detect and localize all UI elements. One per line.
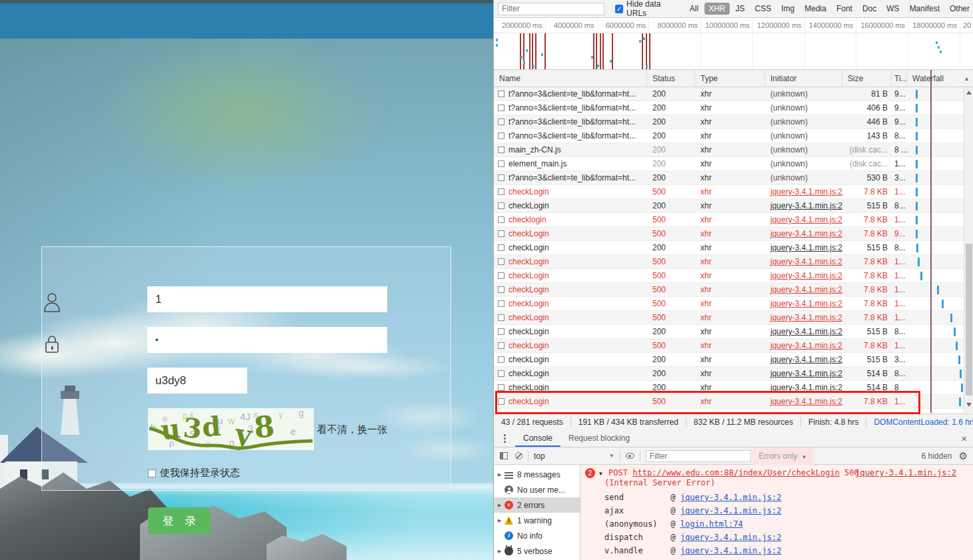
login-button[interactable]: 登 录 [148,507,211,534]
request-initiator-link[interactable]: jquery-3.4.1.min.js:2 [770,271,842,280]
console-sidebar-item[interactable]: 1 warning [494,513,580,528]
console-sidebar-item[interactable]: 8 messages [494,467,580,482]
column-header-time[interactable]: Ti... [892,70,907,87]
request-initiator-link[interactable]: jquery-3.4.1.min.js:2 [770,257,842,266]
password-input[interactable] [147,327,387,353]
stack-frame-link[interactable]: jquery-3.4.1.min.js:2 [680,533,782,542]
console-sidebar-item[interactable]: 5 verbose [494,543,580,559]
console-filter-input[interactable] [646,450,751,462]
type-filter[interactable]: Other [946,3,973,15]
network-request-row[interactable]: checkLogin 200 xhr jquery-3.4.1.min.js:2… [494,353,973,367]
network-request-row[interactable]: main_zh-CN.js 200 xhr (unknown) (disk ca… [494,143,973,157]
request-initiator-link[interactable]: (unknown) [770,89,808,99]
request-initiator-link[interactable]: jquery-3.4.1.min.js:2 [770,313,842,322]
request-checkbox[interactable] [498,328,504,335]
request-checkbox[interactable] [498,370,504,377]
request-initiator-link[interactable]: (unknown) [770,159,808,168]
column-header-waterfall[interactable]: Waterfall ▲ [907,70,973,87]
errors-only-dropdown[interactable]: Errors only▼ [752,447,814,465]
network-request-row[interactable]: t?anno=3&client=te_lib&format=ht... 200 … [494,129,973,143]
network-request-row[interactable]: checkLogin 200 xhr jquery-3.4.1.min.js:2… [494,325,973,339]
request-initiator-link[interactable]: jquery-3.4.1.min.js:2 [770,327,842,336]
scroll-down-arrow[interactable] [966,403,972,407]
close-icon[interactable]: × [961,433,967,444]
username-input[interactable] [147,286,387,312]
type-filter[interactable]: CSS [751,3,776,15]
console-sidebar-item[interactable]: No info [494,528,580,543]
request-initiator-link[interactable]: jquery-3.4.1.min.js:2 [770,299,842,308]
network-request-row[interactable]: checkLogin 500 xhr jquery-3.4.1.min.js:2… [494,269,973,283]
type-filter[interactable]: Media [800,3,830,15]
request-checkbox[interactable] [498,384,504,391]
type-filter[interactable]: Img [777,3,798,15]
scroll-up-arrow[interactable] [966,91,972,95]
request-initiator-link[interactable]: jquery-3.4.1.min.js:2 [770,187,842,196]
network-request-row[interactable]: checkLogin 200 xhr jquery-3.4.1.min.js:2… [494,367,973,381]
captcha-image[interactable]: b e p k 6u e w 4J s 3 S m p 7 q y g e [148,408,314,450]
tab-request-blocking[interactable]: Request blocking [560,429,638,447]
stack-frame-link[interactable]: login.html:74 [680,519,743,529]
request-initiator-link[interactable]: jquery-3.4.1.min.js:2 [770,229,842,238]
network-request-row[interactable]: element_main.js 200 xhr (unknown) (disk … [494,157,973,171]
network-request-row[interactable]: checkLogin 500 xhr jquery-3.4.1.min.js:2… [494,311,973,325]
request-checkbox[interactable] [498,272,504,279]
error-url-link[interactable]: http://www.edu.com:88/index/User/checkLo… [632,468,840,477]
request-checkbox[interactable] [498,244,504,251]
column-header-status[interactable]: Status [647,70,695,87]
network-request-row[interactable]: checkLogin 500 xhr jquery-3.4.1.min.js:2… [494,297,973,311]
request-initiator-link[interactable]: (unknown) [770,131,808,140]
network-request-row[interactable]: checkLogin 500 xhr jquery-3.4.1.min.js:2… [494,185,973,199]
request-checkbox[interactable] [498,230,504,237]
error-source-link[interactable]: jquery-3.4.1.min.js:2 [855,468,956,477]
type-filter[interactable]: JS [732,3,749,15]
network-overview[interactable] [494,33,973,70]
expander-icon[interactable]: ▼ [599,471,602,477]
request-checkbox[interactable] [498,160,504,167]
column-header-initiator[interactable]: Initiator [765,70,842,87]
request-initiator-link[interactable]: jquery-3.4.1.min.js:2 [770,201,842,210]
network-request-row[interactable]: checkLogin 500 xhr jquery-3.4.1.min.js:2… [494,227,973,241]
network-request-row[interactable]: checklogin 500 xhr jquery-3.4.1.min.js:2… [494,213,973,227]
context-selector[interactable]: top [534,451,545,461]
console-sidebar-item[interactable]: 2 errors [494,497,580,513]
network-request-row[interactable]: t?anno=3&client=te_lib&format=ht... 200 … [494,115,973,129]
sidebar-toggle-icon[interactable] [500,452,508,459]
type-filter[interactable]: Manifest [906,3,944,15]
network-request-row[interactable]: t?anno=3&client=te_lib&format=ht... 200 … [494,171,973,185]
remember-checkbox[interactable] [148,469,156,477]
request-checkbox[interactable] [498,286,504,293]
request-initiator-link[interactable]: (unknown) [770,173,808,182]
network-request-row[interactable]: t?anno=3&client=te_lib&format=ht... 200 … [494,87,973,101]
live-expression-eye-icon[interactable] [626,453,634,459]
network-request-row[interactable]: t?anno=3&client=te_lib&format=ht... 200 … [494,101,973,115]
captcha-input[interactable] [147,368,247,394]
drawer-menu-icon[interactable] [504,434,506,443]
request-checkbox[interactable] [498,300,504,307]
request-checkbox[interactable] [498,202,504,209]
request-initiator-link[interactable]: (unknown) [770,103,808,113]
request-checkbox[interactable] [498,91,504,97]
request-checkbox[interactable] [498,146,504,153]
request-initiator-link[interactable]: jquery-3.4.1.min.js:2 [770,341,842,350]
request-initiator-link[interactable]: jquery-3.4.1.min.js:2 [770,215,842,224]
type-filter[interactable]: XHR [704,3,729,15]
network-request-row[interactable]: checkLogin 200 xhr jquery-3.4.1.min.js:2… [494,199,973,213]
column-header-type[interactable]: Type [695,70,765,87]
request-checkbox[interactable] [498,105,504,111]
refresh-captcha-link[interactable]: 看不清，换一张 [317,423,387,436]
column-header-name[interactable]: Name [494,70,647,87]
console-sidebar-item[interactable]: No user me... [494,482,580,497]
network-filter-input[interactable] [498,3,604,15]
hide-data-urls-checkbox[interactable] [615,5,623,13]
request-checkbox[interactable] [498,133,504,139]
request-initiator-link[interactable]: jquery-3.4.1.min.js:2 [770,369,842,378]
network-request-row[interactable]: checkLogin 200 xhr jquery-3.4.1.min.js:2… [494,241,973,255]
request-checkbox[interactable] [498,119,504,125]
request-checkbox[interactable] [498,314,504,321]
type-filter[interactable]: Font [832,3,856,15]
request-initiator-link[interactable]: jquery-3.4.1.min.js:2 [770,243,842,252]
hide-data-urls-label[interactable]: Hide data URLs [626,0,679,18]
type-filter[interactable]: All [686,3,702,15]
request-checkbox[interactable] [498,188,504,195]
type-filter[interactable]: Doc [858,3,880,15]
